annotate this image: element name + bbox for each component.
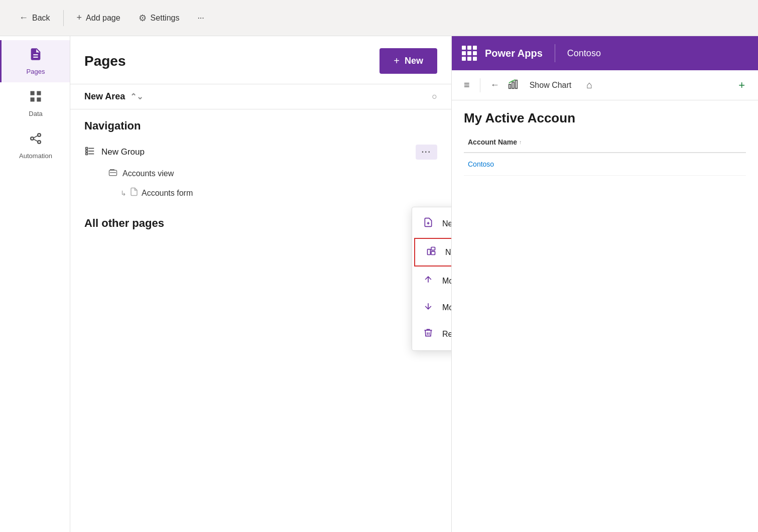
all-other-pages-title: All other pages	[70, 207, 451, 234]
move-down-icon	[422, 301, 434, 314]
nav-group-name: New Group	[101, 147, 145, 157]
sidebar-item-pages-label: Pages	[27, 68, 45, 75]
powerapps-grid-icon	[462, 46, 477, 61]
settings-button[interactable]: ⚙ Settings	[132, 9, 187, 28]
show-chart-container: Show Chart	[508, 77, 579, 94]
nav-item-accounts-view-label: Accounts view	[122, 169, 174, 178]
home-icon[interactable]: ⌂	[582, 75, 596, 95]
area-name[interactable]: New Area ⌃⌄	[84, 91, 143, 102]
navigation-title: Navigation	[84, 119, 437, 132]
more-label: ···	[197, 14, 204, 23]
sidebar-item-automation[interactable]: Automation	[0, 124, 70, 167]
sidebar-item-data[interactable]: Data	[0, 82, 70, 124]
sort-icon: ↑	[519, 139, 522, 145]
powerapps-divider	[555, 44, 555, 62]
table-row[interactable]: Contoso	[464, 153, 746, 176]
svg-point-2	[38, 141, 41, 144]
powerapps-bar: Power Apps Contoso	[452, 36, 758, 70]
group-icon	[84, 146, 95, 159]
sub-toolbar: ≡ ← Show Chart ⌂ +	[452, 70, 758, 100]
right-panel: Power Apps Contoso ≡ ← Show Chart	[452, 36, 758, 532]
more-button[interactable]: ···	[190, 10, 211, 27]
svg-rect-21	[515, 80, 517, 88]
pages-header: Pages + New	[70, 36, 451, 84]
toolbar-divider	[63, 10, 64, 26]
menu-item-new-group-label: New group	[445, 248, 452, 257]
menu-item-move-down-label: Move down	[442, 303, 452, 312]
accounts-table-header: Account Name ↑	[464, 132, 746, 153]
sidebar-item-pages[interactable]: Pages	[0, 40, 70, 82]
accounts-title: My Active Accoun	[464, 110, 746, 126]
gear-icon: ⚙	[139, 13, 147, 24]
main-content: Pages Data Automation	[0, 36, 758, 532]
svg-rect-15	[431, 247, 435, 250]
col-account-name-label: Account Name	[468, 138, 517, 146]
back-icon: ←	[19, 13, 28, 23]
trash-icon	[422, 328, 434, 340]
search-icon[interactable]: ○	[432, 91, 437, 102]
show-chart-button[interactable]: Show Chart	[523, 77, 579, 94]
menu-item-new-page-label: New page	[442, 219, 452, 228]
add-button[interactable]: +	[733, 77, 750, 94]
data-icon	[29, 89, 43, 107]
menu-item-move-down[interactable]: Move down	[412, 294, 452, 321]
nav-item-accounts-view[interactable]: Accounts view	[84, 164, 437, 183]
svg-rect-19	[509, 84, 511, 88]
sidebar-item-automation-label: Automation	[19, 152, 52, 160]
nav-item-accounts-form-label: Accounts form	[142, 189, 193, 198]
col-header-account-name: Account Name ↑	[464, 138, 526, 146]
area-name-text: New Area	[84, 91, 125, 102]
svg-rect-20	[512, 82, 514, 88]
svg-rect-14	[428, 249, 431, 255]
menu-item-move-up-label: Move up	[442, 277, 452, 286]
pages-panel: Pages + New New Area ⌃⌄ ○ Navigation	[70, 36, 452, 532]
new-icon: +	[394, 55, 400, 67]
new-group-icon	[425, 246, 437, 258]
powerapps-org: Contoso	[567, 48, 601, 59]
navigation-section: Navigation New Group	[70, 109, 451, 207]
area-selector: New Area ⌃⌄ ○	[70, 84, 451, 109]
icon-sidebar: Pages Data Automation	[0, 36, 70, 532]
svg-rect-9	[86, 153, 88, 155]
accounts-area: My Active Accoun Account Name ↑ Contoso	[452, 100, 758, 180]
menu-item-new-page[interactable]: New page	[412, 210, 452, 237]
sidebar-item-data-label: Data	[29, 110, 42, 117]
menu-item-new-group[interactable]: New group	[414, 238, 452, 267]
new-page-icon	[422, 217, 434, 230]
pages-title: Pages	[84, 53, 126, 69]
back-button[interactable]: ← Back	[12, 9, 57, 27]
nav-group-left: New Group	[84, 146, 145, 159]
sub-back-button[interactable]: ←	[486, 76, 503, 94]
chart-icon	[508, 79, 519, 92]
menu-item-remove-label: Remove from navigation	[442, 330, 452, 339]
page-icon-2	[130, 187, 139, 199]
svg-rect-5	[86, 147, 88, 149]
add-page-label: Add page	[86, 14, 120, 23]
svg-point-1	[38, 134, 41, 137]
new-button[interactable]: + New	[380, 48, 437, 74]
nav-group-more-button[interactable]: ···	[416, 145, 437, 160]
page-icon-1	[108, 168, 117, 179]
nav-group: New Group ···	[84, 141, 437, 164]
sub-arrow-icon: ↳	[120, 189, 127, 197]
menu-item-remove[interactable]: Remove from navigation	[412, 321, 452, 347]
svg-line-4	[34, 139, 38, 142]
hamburger-icon[interactable]: ≡	[460, 75, 474, 95]
menu-item-move-up[interactable]: Move up	[412, 268, 452, 294]
add-icon: +	[77, 13, 82, 23]
automation-icon	[29, 131, 43, 149]
chevron-icon: ⌃⌄	[130, 92, 143, 101]
svg-rect-16	[431, 251, 435, 255]
svg-line-3	[34, 136, 38, 138]
pages-icon	[29, 47, 43, 65]
cell-account-name[interactable]: Contoso	[464, 160, 498, 168]
powerapps-title: Power Apps	[485, 48, 543, 59]
move-up-icon	[422, 275, 434, 287]
svg-rect-7	[86, 150, 88, 152]
new-button-label: New	[405, 56, 423, 66]
top-toolbar: ← Back + Add page ⚙ Settings ···	[0, 0, 758, 36]
nav-item-accounts-form[interactable]: ↳ Accounts form	[84, 183, 437, 203]
add-page-button[interactable]: + Add page	[70, 9, 128, 27]
back-label: Back	[32, 14, 50, 23]
svg-point-0	[31, 137, 34, 140]
